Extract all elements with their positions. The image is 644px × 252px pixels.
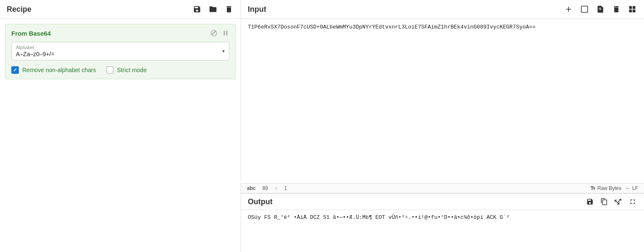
output-title: Output — [248, 197, 585, 206]
status-lines-value: 1 — [284, 185, 287, 191]
status-bar: abc 89 ≡ 1 Raw Bytes ← LF — [241, 183, 644, 193]
input-header: Input — [241, 0, 644, 19]
input-area[interactable]: T1P6eRxSX7DosonF7cUSD+0ALbeWmMYu3DpNYrYE… — [241, 19, 644, 183]
recipe-title: Recipe — [7, 5, 192, 14]
expand-output-button[interactable] — [614, 197, 623, 206]
delete-recipe-button[interactable] — [224, 4, 234, 14]
pause-button[interactable] — [222, 29, 229, 37]
left-panel: Recipe From Base64 — [0, 0, 241, 252]
output-area: OSúy FS R_°è² •ÅiÅ DCZ S1 ã•—••Æ.Ü:Mb¶ E… — [241, 210, 644, 252]
strict-mode-label: Strict mode — [117, 67, 147, 73]
lf-arrow-icon: ← — [626, 185, 631, 191]
output-icons — [585, 197, 637, 206]
disable-button[interactable] — [210, 29, 218, 37]
right-panel: Input T1P6eRxSX7DosonF7cUSD+0ALbeWmMYu3D… — [241, 0, 644, 252]
card-header-icons — [210, 29, 229, 37]
chevron-down-icon: ▾ — [222, 48, 225, 54]
lf-label: LF — [632, 185, 638, 191]
open-file-button[interactable] — [579, 4, 589, 14]
upload-button[interactable] — [595, 4, 605, 14]
recipe-header: Recipe — [0, 0, 241, 19]
status-right: Raw Bytes ← LF — [590, 185, 638, 191]
layout-button[interactable] — [627, 4, 637, 14]
card-header: From Base64 — [11, 29, 229, 37]
card-title: From Base64 — [11, 30, 210, 37]
input-title: Input — [248, 5, 564, 14]
raw-bytes-button[interactable]: Raw Bytes — [590, 185, 621, 191]
from-base64-card: From Base64 Alphabet A–Za–z0–9+/= ▾ — [5, 24, 236, 79]
output-header: Output — [241, 194, 644, 210]
remove-nonalphabet-label: Remove non-alphabet chars — [22, 67, 96, 73]
input-header-icons — [564, 4, 637, 14]
status-chars-value: 89 — [262, 185, 268, 191]
alphabet-value: A–Za–z0–9+/= — [16, 51, 55, 57]
clear-input-button[interactable] — [611, 4, 621, 14]
output-text: OSúy FS R_°è² •ÅiÅ DCZ S1 ã•—••Æ.Ü:Mb¶ E… — [248, 214, 509, 221]
recipe-header-icons — [192, 4, 234, 14]
save-recipe-button[interactable] — [192, 4, 202, 14]
strict-mode-checkbox-box — [106, 66, 114, 74]
add-input-button[interactable] — [564, 4, 574, 14]
svg-rect-0 — [582, 6, 588, 13]
input-text: T1P6eRxSX7DosonF7cUSD+0ALbeWmMYu3DpNYrYE… — [248, 24, 536, 30]
raw-bytes-label: Raw Bytes — [597, 185, 621, 191]
alphabet-label: Alphabet — [16, 45, 222, 50]
alphabet-select[interactable]: Alphabet A–Za–z0–9+/= ▾ — [11, 42, 229, 60]
output-section: Output OSúy FS R_°è² •ÅiÅ DCZ S1 ã•—••Æ.… — [241, 193, 644, 252]
status-chars-icon: abc — [247, 185, 256, 191]
lf-button[interactable]: ← LF — [626, 185, 638, 191]
remove-nonalphabet-checkbox-box — [11, 66, 19, 74]
fullscreen-output-button[interactable] — [628, 197, 637, 206]
copy-output-button[interactable] — [600, 197, 609, 206]
remove-nonalphabet-checkbox[interactable]: Remove non-alphabet chars — [11, 66, 96, 74]
save-output-button[interactable] — [585, 197, 595, 206]
checkboxes-row: Remove non-alphabet chars Strict mode — [11, 66, 229, 74]
open-folder-button[interactable] — [208, 4, 218, 14]
strict-mode-checkbox[interactable]: Strict mode — [106, 66, 147, 74]
